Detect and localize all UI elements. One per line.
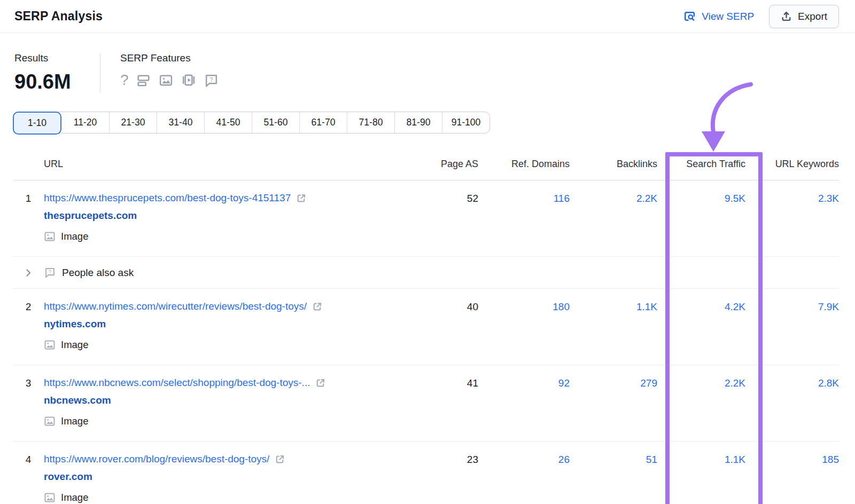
column-header-ref-domains: Ref. Domains: [478, 159, 570, 170]
page-as-value: 23: [414, 453, 478, 466]
question-icon: ?: [120, 73, 129, 88]
image-feature-icon: [44, 231, 56, 242]
column-header-url: URL: [44, 159, 414, 170]
chevron-right-icon[interactable]: [23, 267, 34, 278]
page-range-31-40[interactable]: 31-40: [157, 112, 204, 133]
page-range-21-30[interactable]: 21-30: [109, 112, 157, 133]
external-link-icon[interactable]: [296, 193, 307, 204]
ref-domains-value[interactable]: 26: [478, 453, 570, 466]
table-row: 4 https://www.rover.com/blog/reviews/bes…: [13, 442, 839, 504]
result-domain-link[interactable]: nbcnews.com: [44, 395, 414, 406]
view-serp-button[interactable]: View SERP: [683, 10, 754, 23]
page-as-value: 40: [414, 301, 478, 313]
search-traffic-value[interactable]: 9.5K: [657, 192, 745, 204]
svg-text:?: ?: [209, 76, 213, 82]
svg-text:?: ?: [49, 269, 51, 274]
backlinks-value[interactable]: 51: [570, 453, 657, 466]
result-url-link[interactable]: https://www.nbcnews.com/select/shopping/…: [44, 377, 310, 389]
backlinks-value[interactable]: 2.2K: [570, 192, 657, 204]
results-value: 90.6M: [14, 70, 100, 93]
topbar: SERP Analysis View SERP Export: [0, 0, 855, 33]
result-domain-link[interactable]: thesprucepets.com: [44, 210, 414, 222]
featured-snippet-icon: [136, 73, 151, 88]
serp-feature-badge: Image: [61, 415, 88, 427]
page-as-value: 52: [414, 192, 478, 204]
external-link-icon[interactable]: [312, 301, 323, 312]
page-range-11-20[interactable]: 11-20: [61, 112, 109, 133]
rank-number: 2: [13, 301, 44, 313]
url-keywords-value[interactable]: 185: [745, 453, 839, 466]
results-label: Results: [14, 52, 100, 64]
backlinks-value[interactable]: 1.1K: [570, 301, 657, 313]
results-block: Results 90.6M: [14, 52, 100, 93]
export-icon: [781, 11, 792, 22]
rank-number: 1: [13, 192, 44, 204]
image-feature-icon: [44, 415, 56, 427]
page-range-71-80[interactable]: 71-80: [347, 112, 394, 133]
ref-domains-value[interactable]: 92: [478, 377, 570, 389]
view-serp-icon: [683, 10, 696, 23]
image-feature-icon: [44, 339, 56, 351]
column-header-url-keywords: URL Keywords: [745, 159, 839, 170]
page-range-81-90[interactable]: 81-90: [394, 112, 442, 133]
external-link-icon[interactable]: [315, 377, 326, 389]
image-icon: [158, 73, 174, 88]
search-traffic-value[interactable]: 4.2K: [657, 301, 745, 313]
backlinks-value[interactable]: 279: [570, 377, 657, 389]
page-range-41-50[interactable]: 41-50: [204, 112, 252, 133]
people-also-ask-label: People also ask: [62, 267, 134, 279]
video-icon: [181, 72, 197, 88]
serp-features-block: SERP Features ?: [100, 52, 219, 93]
result-url-link[interactable]: https://www.thesprucepets.com/best-dog-t…: [44, 192, 291, 204]
page-title: SERP Analysis: [14, 9, 103, 23]
search-traffic-value[interactable]: 2.2K: [657, 377, 745, 389]
url-keywords-value[interactable]: 2.3K: [745, 192, 839, 204]
serp-features-label: SERP Features: [120, 52, 219, 64]
result-url-link[interactable]: https://www.rover.com/blog/reviews/best-…: [44, 453, 269, 465]
page-range-1-10[interactable]: 1-10: [13, 112, 61, 135]
page-as-value: 41: [414, 377, 478, 389]
people-also-ask-icon: ?: [204, 73, 219, 88]
url-keywords-value[interactable]: 2.8K: [745, 377, 839, 389]
export-button[interactable]: Export: [769, 5, 839, 28]
page-range-91-100[interactable]: 91-100: [442, 112, 489, 133]
image-feature-icon: [44, 492, 56, 503]
ref-domains-value[interactable]: 180: [478, 301, 570, 313]
page-range-51-60[interactable]: 51-60: [252, 112, 299, 133]
result-domain-link[interactable]: nytimes.com: [44, 318, 414, 330]
table-header-row: URL Page AS Ref. Domains Backlinks Searc…: [13, 148, 839, 180]
ref-domains-value[interactable]: 116: [478, 192, 570, 204]
table-row: 2 https://www.nytimes.com/wirecutter/rev…: [13, 289, 839, 365]
serp-results-table: URL Page AS Ref. Domains Backlinks Searc…: [0, 148, 855, 504]
column-header-search-traffic: Search Traffic: [657, 159, 745, 170]
results-pagination: 1-10 11-20 21-30 31-40 41-50 51-60 61-70…: [13, 112, 490, 133]
view-serp-label: View SERP: [702, 11, 754, 22]
search-traffic-value[interactable]: 1.1K: [657, 453, 745, 466]
export-label: Export: [798, 11, 827, 22]
result-domain-link[interactable]: rover.com: [44, 471, 414, 483]
rank-number: 3: [13, 377, 44, 389]
rank-number: 4: [13, 453, 44, 466]
people-also-ask-row[interactable]: ? People also ask: [13, 257, 839, 289]
table-row: 1 https://www.thesprucepets.com/best-dog…: [13, 180, 839, 257]
url-keywords-value[interactable]: 7.9K: [745, 301, 839, 313]
serp-feature-badge: Image: [61, 492, 88, 503]
external-link-icon[interactable]: [274, 454, 285, 465]
serp-feature-badge: Image: [61, 231, 88, 242]
people-also-ask-icon: ?: [44, 266, 56, 279]
result-url-link[interactable]: https://www.nytimes.com/wirecutter/revie…: [44, 301, 307, 312]
summary-section: Results 90.6M SERP Features ?: [14, 52, 855, 93]
column-header-page-as: Page AS: [414, 159, 478, 170]
page-range-61-70[interactable]: 61-70: [299, 112, 347, 133]
column-header-backlinks: Backlinks: [570, 159, 657, 170]
table-row: 3 https://www.nbcnews.com/select/shoppin…: [13, 365, 839, 442]
serp-feature-badge: Image: [61, 339, 88, 351]
